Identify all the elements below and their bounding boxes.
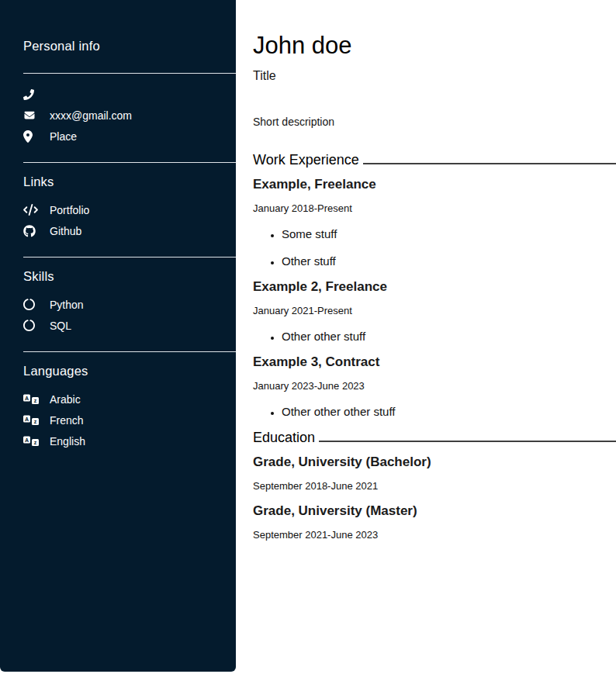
person-name: John doe <box>253 33 616 59</box>
section-heading-label: Education <box>253 430 315 446</box>
entry-bullets: Other other stuff <box>253 330 616 343</box>
entry-date: January 2018-Present <box>253 202 616 214</box>
sidebar-group-personal-info: Personal infoxxxx@gmail.comPlace <box>23 39 236 147</box>
entry-bullet: Other other stuff <box>282 330 616 343</box>
main-content: John doe Title Short description Work Ex… <box>236 0 616 541</box>
entry-bullet: Some stuff <box>282 227 616 240</box>
sidebar-item-phone-icon <box>23 84 236 105</box>
sidebar-item-portfolio[interactable]: Portfolio <box>23 199 236 220</box>
envelope-icon <box>23 110 40 120</box>
sidebar-group-items: AzArabicAzFrenchAzEnglish <box>23 389 236 451</box>
circle-notch-icon <box>23 299 40 310</box>
section-work-experience: Work ExperienceExample, FreelanceJanuary… <box>253 152 616 418</box>
sidebar-divider <box>23 73 236 74</box>
sidebar-item-label: French <box>50 414 84 427</box>
sidebar-item-english: AzEnglish <box>23 430 236 451</box>
sidebar-item-label: Place <box>50 130 77 143</box>
sidebar-group-items: PythonSQL <box>23 294 236 336</box>
sidebar-heading-personal-info: Personal info <box>23 39 236 54</box>
sidebar-divider <box>23 162 236 163</box>
section-heading-work-experience: Work Experience <box>253 152 616 168</box>
short-description: Short description <box>253 116 616 128</box>
code-icon <box>23 204 40 216</box>
section-heading-label: Work Experience <box>253 152 359 168</box>
entry-date: January 2021-Present <box>253 305 616 316</box>
sidebar-groups: Personal infoxxxx@gmail.comPlaceLinksPor… <box>23 39 236 451</box>
sidebar-item-label: xxxx@gmail.com <box>50 109 132 122</box>
sidebar-item-sql: SQL <box>23 315 236 336</box>
phone-icon <box>23 89 40 100</box>
svg-text:z: z <box>34 440 37 445</box>
entry-grade-university-master: Grade, University (Master)September 2021… <box>253 503 616 541</box>
sidebar-item-french: AzFrench <box>23 410 236 430</box>
sidebar-item-label: Portfolio <box>50 204 89 216</box>
sidebar-item-place: Place <box>23 126 236 147</box>
sidebar-group-languages: LanguagesAzArabicAzFrenchAzEnglish <box>23 351 236 451</box>
sidebar-group-items: PortfolioGithub <box>23 199 236 241</box>
entry-example-2-freelance: Example 2, FreelanceJanuary 2021-Present… <box>253 279 616 343</box>
entry-date: September 2021-June 2023 <box>253 529 616 541</box>
person-title: Title <box>253 69 616 83</box>
sidebar-divider <box>23 257 236 258</box>
svg-text:z: z <box>34 398 37 403</box>
sidebar-item-label: SQL <box>50 320 71 332</box>
sidebar-group-skills: SkillsPythonSQL <box>23 257 236 336</box>
entry-bullet: Other stuff <box>282 254 616 268</box>
sidebar-item-label: English <box>50 435 85 448</box>
entry-title: Example, Freelance <box>253 177 616 192</box>
section-heading-education: Education <box>253 430 616 446</box>
location-pin-icon <box>23 130 40 143</box>
sidebar-item-label: Python <box>50 299 84 311</box>
sidebar-item-github[interactable]: Github <box>23 220 236 241</box>
sidebar-item-python: Python <box>23 294 236 315</box>
entry-title: Grade, University (Bachelor) <box>253 455 616 470</box>
sidebar-heading-skills: Skills <box>23 269 236 284</box>
entry-title: Example 2, Freelance <box>253 279 616 295</box>
main-sections: Work ExperienceExample, FreelanceJanuary… <box>253 152 616 541</box>
language-icon: Az <box>23 393 40 406</box>
sidebar: Personal infoxxxx@gmail.comPlaceLinksPor… <box>0 0 236 672</box>
entry-bullets: Other other other stuff <box>253 405 616 418</box>
language-icon: Az <box>23 435 40 448</box>
sidebar-heading-languages: Languages <box>23 364 236 378</box>
entry-title: Grade, University (Master) <box>253 503 616 519</box>
github-icon <box>23 225 40 237</box>
entry-date: September 2018-June 2021 <box>253 480 616 492</box>
svg-text:z: z <box>34 419 37 424</box>
entry-title: Example 3, Contract <box>253 354 616 370</box>
entry-date: January 2023-June 2023 <box>253 380 616 392</box>
circle-notch-icon <box>23 320 40 331</box>
svg-text:A: A <box>25 437 29 442</box>
sidebar-item-arabic: AzArabic <box>23 389 236 410</box>
sidebar-item-label: Arabic <box>50 393 81 406</box>
entry-example-3-contract: Example 3, ContractJanuary 2023-June 202… <box>253 354 616 418</box>
sidebar-item-xxxx-gmail-com[interactable]: xxxx@gmail.com <box>23 105 236 126</box>
entry-example-freelance: Example, FreelanceJanuary 2018-PresentSo… <box>253 177 616 268</box>
section-heading-rule <box>319 430 616 442</box>
sidebar-divider <box>23 351 236 352</box>
svg-text:A: A <box>25 416 29 421</box>
sidebar-group-items: xxxx@gmail.comPlace <box>23 84 236 147</box>
entry-grade-university-bachelor: Grade, University (Bachelor)September 20… <box>253 455 616 492</box>
entry-bullet: Other other other stuff <box>282 405 616 418</box>
sidebar-item-label: Github <box>50 225 81 237</box>
section-heading-rule <box>363 152 616 164</box>
entry-bullets: Some stuffOther stuff <box>253 227 616 268</box>
sidebar-heading-links: Links <box>23 175 236 189</box>
section-education: EducationGrade, University (Bachelor)Sep… <box>253 430 616 541</box>
sidebar-group-links: LinksPortfolioGithub <box>23 162 236 241</box>
language-icon: Az <box>23 414 40 427</box>
svg-text:A: A <box>25 395 29 400</box>
